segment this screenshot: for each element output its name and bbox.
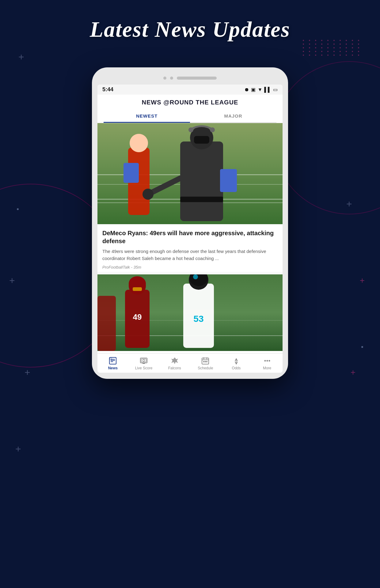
status-time: 5:44 bbox=[102, 86, 113, 93]
battery-icon: ▭ bbox=[273, 87, 278, 92]
nav-item-schedule[interactable]: Schedule bbox=[193, 357, 218, 370]
nav-label-more: More bbox=[263, 366, 271, 370]
storage-icon: ▣ bbox=[251, 87, 256, 92]
svg-rect-28 bbox=[97, 296, 116, 351]
article-1-headline: DeMeco Ryans: 49ers will have more aggre… bbox=[102, 229, 278, 245]
svg-rect-5 bbox=[124, 163, 139, 183]
nav-item-livescore[interactable]: Live Score bbox=[131, 357, 156, 370]
tv-icon bbox=[140, 357, 148, 365]
article-1-content: DeMeco Ryans: 49ers will have more aggre… bbox=[97, 224, 283, 272]
svg-rect-14 bbox=[220, 169, 237, 192]
news-card-1[interactable]: DeMeco Ryans: 49ers will have more aggre… bbox=[97, 123, 283, 272]
svg-point-48 bbox=[266, 360, 268, 362]
svg-rect-22 bbox=[133, 287, 142, 291]
media-icon: ⏺ bbox=[244, 87, 249, 92]
calendar-icon bbox=[201, 357, 209, 365]
page-title: Latest News Updates bbox=[0, 17, 380, 42]
article-1-source: ProFootballTalk - 35m bbox=[102, 265, 278, 270]
more-icon bbox=[263, 357, 271, 365]
svg-line-11 bbox=[150, 178, 180, 194]
svg-point-49 bbox=[268, 360, 270, 362]
article-1-image bbox=[97, 123, 283, 224]
status-bar: 5:44 ⏺ ▣ ▼ ▌▌ ▭ bbox=[97, 85, 283, 95]
svg-text:53: 53 bbox=[193, 314, 203, 324]
phone-speaker bbox=[177, 77, 217, 80]
phone-screen: 5:44 ⏺ ▣ ▼ ▌▌ ▭ NEWS @ROUND THE LEAGUE N… bbox=[97, 85, 283, 373]
odds-icon bbox=[232, 357, 240, 365]
svg-rect-44 bbox=[205, 361, 206, 362]
wifi-icon: ▼ bbox=[257, 87, 262, 92]
news-feed: DeMeco Ryans: 49ers will have more aggre… bbox=[97, 123, 283, 351]
svg-point-27 bbox=[193, 274, 198, 279]
phone-top-bar bbox=[97, 77, 283, 80]
article-1-excerpt: The 49ers were strong enough on defense … bbox=[102, 248, 278, 262]
svg-rect-33 bbox=[109, 357, 112, 360]
svg-point-38 bbox=[143, 360, 145, 361]
svg-rect-45 bbox=[206, 361, 207, 362]
app-header: NEWS @ROUND THE LEAGUE NEWEST MAJOR bbox=[97, 95, 283, 123]
nav-item-news[interactable]: News bbox=[101, 357, 125, 370]
svg-rect-43 bbox=[203, 361, 204, 362]
phone-dot-right bbox=[170, 77, 173, 80]
news-icon bbox=[109, 357, 117, 365]
svg-point-9 bbox=[210, 127, 215, 132]
svg-rect-10 bbox=[194, 136, 209, 144]
tab-major[interactable]: MAJOR bbox=[190, 110, 276, 122]
falcons-icon bbox=[171, 357, 179, 365]
nav-label-schedule: Schedule bbox=[198, 366, 213, 370]
svg-point-47 bbox=[264, 360, 266, 362]
nav-item-odds[interactable]: Odds bbox=[224, 357, 249, 370]
svg-rect-6 bbox=[180, 141, 223, 221]
nav-item-falcons[interactable]: Falcons bbox=[162, 357, 187, 370]
nav-label-falcons: Falcons bbox=[168, 366, 181, 370]
svg-rect-13 bbox=[180, 197, 223, 202]
signal-icon: ▌▌ bbox=[264, 87, 271, 92]
bottom-nav: News Live Score Falcons bbox=[97, 353, 283, 373]
nav-label-odds: Odds bbox=[232, 366, 241, 370]
status-icons: ⏺ ▣ ▼ ▌▌ ▭ bbox=[244, 87, 278, 92]
app-title: NEWS @ROUND THE LEAGUE bbox=[104, 99, 276, 106]
nav-label-news: News bbox=[108, 366, 118, 370]
svg-point-4 bbox=[130, 134, 148, 152]
nav-label-livescore: Live Score bbox=[135, 366, 153, 370]
tabs-container: NEWEST MAJOR bbox=[104, 110, 276, 123]
phone-mockup: 5:44 ⏺ ▣ ▼ ▌▌ ▭ NEWS @ROUND THE LEAGUE N… bbox=[92, 67, 288, 379]
svg-point-8 bbox=[188, 127, 193, 132]
news-card-2[interactable]: 49 53 bbox=[97, 274, 283, 351]
svg-text:49: 49 bbox=[133, 312, 142, 322]
svg-point-12 bbox=[142, 189, 154, 200]
tab-newest[interactable]: NEWEST bbox=[104, 110, 190, 122]
phone-dot-left bbox=[163, 77, 166, 80]
nav-item-more[interactable]: More bbox=[255, 357, 279, 370]
article-2-image: 49 53 bbox=[97, 274, 283, 351]
